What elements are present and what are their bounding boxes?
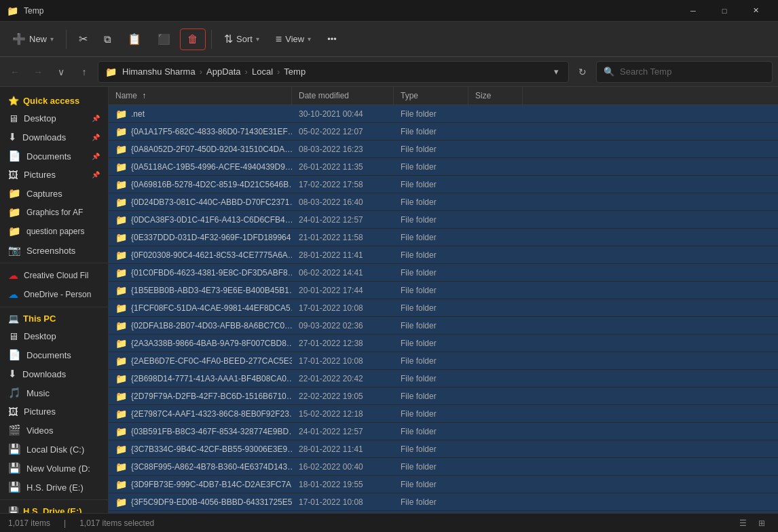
folder-icon: 📁 [115, 373, 127, 384]
sidebar-item-downloads[interactable]: ⬇ Downloads 📌 [0, 128, 108, 147]
share-button[interactable]: ⬛ [151, 29, 177, 50]
table-row[interactable]: 📁 {3F5C9DF9-ED0B-4056-BBBD-64331725E5… 1… [109, 493, 778, 511]
list-view-toggle[interactable]: ☰ [735, 515, 751, 531]
table-row[interactable]: 📁 {0D24DB73-081C-440C-ABBD-D70FC2371… 08… [109, 193, 778, 211]
table-row[interactable]: 📁 {0A5118AC-19B5-4996-ACFE-4940439D9… 26… [109, 158, 778, 176]
sidebar-item-graphics[interactable]: 📁 Graphics for AF [0, 203, 108, 222]
detail-view-toggle[interactable]: ⊞ [754, 515, 770, 531]
folder-icon: 📁 [115, 232, 127, 243]
table-row[interactable]: 📁 {0DCA38F3-0D1C-41F6-A413-C6D6CFB4… 24-… [109, 211, 778, 229]
quick-access-header[interactable]: ⭐ Quick access [0, 92, 108, 109]
col-header-name[interactable]: Name ↑ [109, 87, 292, 104]
search-input[interactable] [620, 66, 765, 77]
sidebar-item-hs-drive-e[interactable]: 💾 H.S. Drive (E:) [0, 478, 108, 497]
file-date: 16-02-2022 00:40 [292, 462, 394, 472]
file-name: {2B698D14-7771-41A3-AAA1-BF4B08CA0… [131, 374, 292, 383]
up-button[interactable]: ↑ [75, 62, 94, 81]
sort-button[interactable]: ⇅ Sort ▾ [217, 28, 266, 50]
minimize-button[interactable]: ─ [678, 0, 709, 22]
table-row[interactable]: 📁 {2A3A338B-9866-4BAB-9A79-8F007CBD8… 27… [109, 335, 778, 352]
back-button[interactable]: ← [5, 62, 24, 81]
col-header-type[interactable]: Type [394, 87, 468, 104]
file-type: File folder [394, 356, 468, 366]
file-name: {1FCF08FC-51DA-4CAE-9981-44EF8DCA5… [131, 303, 292, 313]
sidebar-item-desktop[interactable]: 🖥 Desktop 📌 [0, 109, 108, 128]
new-button[interactable]: ➕ New ▾ [5, 28, 60, 50]
col-header-date[interactable]: Date modified [292, 87, 394, 104]
sidebar-item-pictures[interactable]: 🖼 Pictures 📌 [0, 166, 108, 184]
table-row[interactable]: 📁 {0F020308-90C4-4621-8C53-4CE7775A6A… 2… [109, 246, 778, 264]
cut-icon: ✂ [79, 33, 88, 45]
more-icon: ••• [327, 34, 337, 44]
table-row[interactable]: 📁 {2B698D14-7771-41A3-AAA1-BF4B08CA0… 22… [109, 370, 778, 387]
table-row[interactable]: 📁 {2AEB6D7E-CF0C-4FA0-BEED-277CAC5E3… 17… [109, 352, 778, 370]
file-date: 28-01-2022 11:41 [292, 250, 394, 260]
local-disk-c-icon: 💾 [8, 443, 21, 455]
close-button[interactable]: ✕ [740, 0, 771, 22]
sidebar-item-local-disk-c[interactable]: 💾 Local Disk (C:) [0, 440, 108, 459]
cut-button[interactable]: ✂ [72, 28, 94, 50]
more-button[interactable]: ••• [320, 30, 344, 48]
sidebar-item-pc-downloads[interactable]: ⬇ Downloads [0, 364, 108, 383]
divider: | [64, 518, 66, 528]
sidebar-item-question-papers[interactable]: 📁 question papers [0, 222, 108, 241]
onedrive-icon: ☁ [8, 288, 18, 301]
folder-icon: 📁 [115, 267, 127, 278]
view-button[interactable]: ≡ View ▾ [269, 29, 318, 50]
table-row[interactable]: 📁 {0A69816B-5278-4D2C-8519-4D21C5646B… 1… [109, 176, 778, 193]
maximize-button[interactable]: □ [709, 0, 740, 22]
table-row[interactable]: 📁 .net 30-10-2021 00:44 File folder [109, 105, 778, 123]
file-type: File folder [394, 250, 468, 260]
hs-drive-header[interactable]: 💾 H.S. Drive (E:) [0, 503, 108, 513]
table-row[interactable]: 📁 {3D9FB73E-999C-4DB7-B14C-D2AE3FC7A… 18… [109, 476, 778, 493]
forward-button[interactable]: → [29, 62, 48, 81]
sidebar-item-pc-desktop[interactable]: 🖥 Desktop [0, 327, 108, 345]
pc-icon: 💻 [8, 314, 19, 324]
path-segment-0: Himanshu Sharma [122, 66, 196, 77]
table-row[interactable]: 📁 {2E7987C4-AAF1-4323-86C8-8EB0F92F23… 1… [109, 405, 778, 423]
sidebar-item-music[interactable]: 🎵 Music [0, 383, 108, 402]
sidebar-item-captures[interactable]: 📁 Captures [0, 184, 108, 203]
path-dropdown-icon[interactable]: ▾ [551, 66, 561, 77]
copy-button[interactable]: ⧉ [97, 29, 118, 50]
col-header-size[interactable]: Size [468, 87, 523, 104]
file-date: 22-01-2022 20:42 [292, 374, 394, 383]
search-icon: 🔍 [604, 66, 614, 77]
table-row[interactable]: 📁 {0E337DDD-031D-4F32-969F-1DFD189964… 2… [109, 229, 778, 246]
search-box[interactable]: 🔍 [596, 61, 773, 83]
table-row[interactable]: 📁 {3C7B334C-9B4C-42CF-BB55-93006E3E9… 28… [109, 440, 778, 458]
sidebar-item-new-volume-d[interactable]: 💾 New Volume (D: [0, 459, 108, 478]
sidebar-item-onedrive[interactable]: ☁ OneDrive - Person [0, 285, 108, 304]
sidebar-item-creative-cloud[interactable]: ☁ Creative Cloud Fil [0, 266, 108, 285]
table-row[interactable]: 📁 {01C0FBD6-4623-4381-9E8C-DF3D5ABF8… 06… [109, 264, 778, 282]
file-type: File folder [394, 374, 468, 383]
new-icon: ➕ [12, 33, 26, 45]
table-row[interactable]: 📁 {3C88F995-A862-4B78-B360-4E6374D143… 1… [109, 458, 778, 476]
delete-button[interactable]: 🗑 [180, 28, 206, 50]
refresh-button[interactable]: ↻ [573, 62, 592, 81]
sidebar-item-documents[interactable]: 📄 Documents 📌 [0, 147, 108, 166]
sidebar-item-pc-pictures[interactable]: 🖼 Pictures [0, 402, 108, 421]
table-row[interactable]: 📁 {1FCF08FC-51DA-4CAE-9981-44EF8DCA5… 17… [109, 299, 778, 317]
table-row[interactable]: 📁 {02DFA1B8-2B07-4D03-AFBB-8A6BC7C0… 09-… [109, 317, 778, 335]
table-row[interactable]: 📁 {3F18553C-657F-4A93-BF54-66991780AE6… … [109, 511, 778, 513]
file-name: {01C0FBD6-4623-4381-9E8C-DF3D5ABF8… [131, 268, 292, 278]
address-path[interactable]: 📁 Himanshu Sharma › AppData › Local › Te… [98, 61, 569, 83]
window-icon: 📁 [7, 5, 18, 16]
paste-button[interactable]: 📋 [121, 28, 148, 50]
sidebar-item-screenshots[interactable]: 📷 Screenshots [0, 241, 108, 260]
expand-button[interactable]: ∨ [52, 62, 71, 81]
sidebar-item-videos[interactable]: 🎬 Videos [0, 421, 108, 440]
file-type: File folder [394, 444, 468, 454]
this-pc-header[interactable]: 💻 This PC [0, 310, 108, 327]
file-name: {2A3A338B-9866-4BAB-9A79-8F007CBD8… [131, 339, 292, 348]
table-row[interactable]: 📁 {0A1A17F5-682C-4833-86D0-71430E31EF… 0… [109, 123, 778, 140]
music-icon: 🎵 [8, 387, 21, 399]
sidebar-item-pc-documents[interactable]: 📄 Documents [0, 345, 108, 364]
pin-icon-3: 📌 [92, 153, 100, 160]
table-row[interactable]: 📁 {0A8A052D-2F07-450D-9204-31510C4DA… 08… [109, 140, 778, 158]
file-list: 📁 .net 30-10-2021 00:44 File folder 📁 {0… [109, 105, 778, 513]
table-row[interactable]: 📁 {1B5EBB0B-ABD3-4E73-9E6E-B400B45B1… 20… [109, 282, 778, 299]
table-row[interactable]: 📁 {2D79F79A-D2FB-42F7-BC6D-1516B6710… 22… [109, 387, 778, 405]
table-row[interactable]: 📁 {03B591FB-B8C3-467F-8534-328774E9BD… 2… [109, 423, 778, 440]
